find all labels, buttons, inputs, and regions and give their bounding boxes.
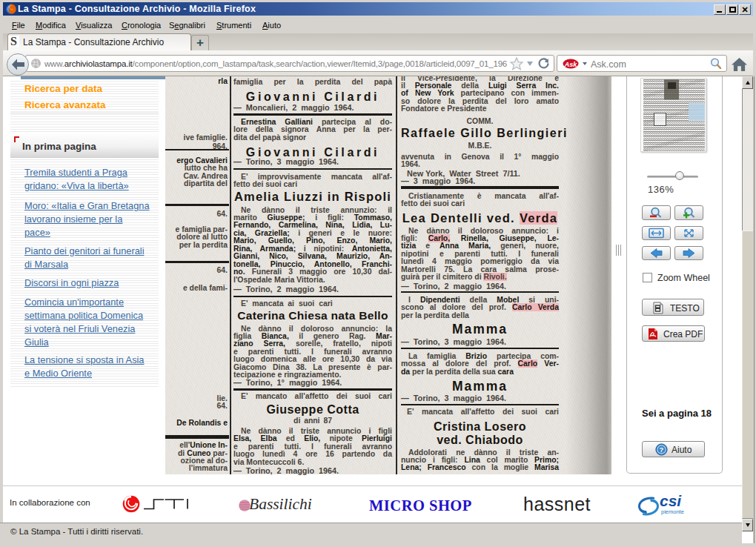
svg-text:?: ? [660, 445, 664, 454]
svg-text:Ask: Ask [564, 61, 578, 68]
